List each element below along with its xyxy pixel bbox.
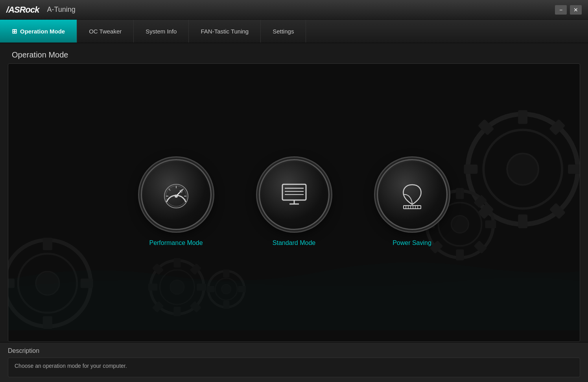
modes-container: Performance Mode bbox=[125, 143, 463, 262]
svg-point-1 bbox=[483, 130, 562, 209]
svg-point-29 bbox=[151, 260, 204, 314]
titlebar-controls: − ✕ bbox=[555, 5, 582, 15]
svg-point-40 bbox=[208, 271, 244, 307]
svg-point-31 bbox=[170, 280, 184, 294]
navbar: ⊞ Operation Mode OC Tweaker System Info … bbox=[0, 20, 588, 43]
tab-settings-label: Settings bbox=[273, 28, 294, 35]
performance-mode-circle[interactable] bbox=[141, 159, 212, 230]
svg-point-55 bbox=[175, 195, 178, 198]
svg-rect-57 bbox=[282, 184, 306, 200]
logo: /ASRock bbox=[6, 5, 39, 15]
standard-mode-item[interactable]: Standard Mode bbox=[259, 159, 330, 247]
tab-oc-tweaker-label: OC Tweaker bbox=[89, 28, 122, 35]
svg-rect-45 bbox=[206, 286, 214, 292]
svg-point-2 bbox=[507, 154, 538, 185]
tab-fan-tastic[interactable]: FAN-Tastic Tuning bbox=[189, 20, 261, 43]
tab-fan-tastic-label: FAN-Tastic Tuning bbox=[201, 28, 249, 35]
page-title: Operation Mode bbox=[0, 43, 588, 63]
svg-rect-37 bbox=[190, 301, 202, 313]
svg-rect-6 bbox=[568, 165, 580, 174]
power-saving-label: Power Saving bbox=[393, 239, 431, 247]
svg-rect-8 bbox=[549, 203, 566, 219]
operation-mode-icon: ⊞ bbox=[12, 28, 17, 35]
svg-rect-34 bbox=[148, 284, 158, 291]
svg-point-0 bbox=[468, 114, 578, 224]
titlebar-left: /ASRock A-Tuning bbox=[6, 5, 76, 15]
svg-rect-36 bbox=[152, 263, 164, 275]
svg-point-23 bbox=[18, 254, 77, 313]
tab-system-info-label: System Info bbox=[146, 28, 177, 35]
svg-point-22 bbox=[8, 240, 91, 326]
titlebar: /ASRock A-Tuning − ✕ bbox=[0, 0, 588, 20]
description-section: Description Choose an operation mode for… bbox=[0, 342, 588, 382]
svg-rect-39 bbox=[190, 263, 202, 275]
description-title: Description bbox=[8, 347, 580, 354]
svg-rect-5 bbox=[464, 165, 477, 174]
svg-point-30 bbox=[160, 270, 194, 304]
tab-settings[interactable]: Settings bbox=[261, 20, 306, 43]
operation-panel: Performance Mode bbox=[8, 63, 580, 342]
power-saving-circle[interactable] bbox=[377, 159, 448, 230]
svg-rect-7 bbox=[478, 119, 494, 135]
svg-point-41 bbox=[215, 278, 237, 300]
svg-point-24 bbox=[36, 271, 59, 295]
leaf-ram-icon bbox=[396, 179, 428, 210]
performance-mode-label: Performance Mode bbox=[149, 239, 203, 247]
svg-rect-21 bbox=[474, 195, 487, 208]
performance-mode-item[interactable]: Performance Mode bbox=[141, 159, 212, 247]
svg-rect-26 bbox=[43, 316, 52, 329]
power-saving-item[interactable]: Power Saving bbox=[377, 159, 448, 247]
svg-rect-28 bbox=[81, 278, 93, 288]
minimize-button[interactable]: − bbox=[555, 5, 567, 15]
standard-mode-circle[interactable] bbox=[259, 159, 330, 230]
monitor-icon bbox=[278, 179, 310, 210]
svg-rect-43 bbox=[223, 269, 229, 277]
close-button[interactable]: ✕ bbox=[570, 5, 582, 15]
tab-oc-tweaker[interactable]: OC Tweaker bbox=[77, 20, 134, 43]
svg-rect-4 bbox=[518, 214, 527, 228]
tab-operation-mode-label: Operation Mode bbox=[20, 28, 65, 35]
svg-rect-38 bbox=[152, 301, 164, 313]
svg-rect-10 bbox=[549, 119, 566, 135]
svg-rect-44 bbox=[223, 301, 229, 309]
svg-rect-27 bbox=[8, 278, 15, 288]
description-text: Choose an operation mode for your comput… bbox=[15, 363, 127, 369]
svg-rect-17 bbox=[485, 220, 496, 228]
app-title: A-Tuning bbox=[47, 6, 75, 14]
svg-rect-19 bbox=[474, 240, 487, 254]
tab-system-info[interactable]: System Info bbox=[134, 20, 189, 43]
svg-rect-3 bbox=[518, 110, 527, 124]
description-box: Choose an operation mode for your comput… bbox=[8, 358, 580, 377]
svg-rect-9 bbox=[477, 203, 494, 219]
svg-point-42 bbox=[221, 284, 231, 294]
svg-rect-25 bbox=[43, 237, 52, 250]
svg-rect-33 bbox=[173, 307, 181, 316]
tab-operation-mode[interactable]: ⊞ Operation Mode bbox=[0, 20, 77, 43]
svg-rect-35 bbox=[197, 284, 206, 291]
main-content: Operation Mode bbox=[0, 43, 588, 382]
speedometer-icon bbox=[160, 179, 192, 210]
svg-line-52 bbox=[169, 189, 170, 191]
svg-rect-46 bbox=[238, 286, 246, 292]
standard-mode-label: Standard Mode bbox=[273, 239, 315, 247]
